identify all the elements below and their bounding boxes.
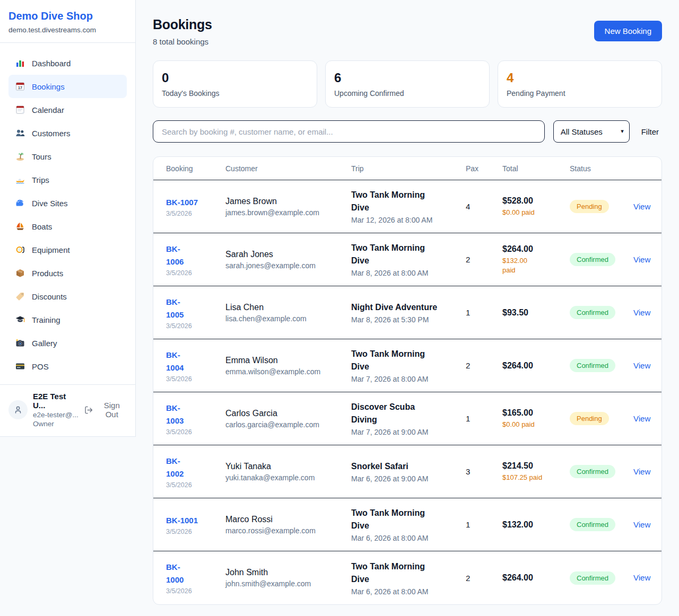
trip-name: Two Tank Morning Dive bbox=[351, 560, 466, 586]
sidebar-item-dashboard[interactable]: Dashboard bbox=[8, 51, 127, 75]
column-header-trip: Trip bbox=[351, 164, 466, 173]
booking-id-link[interactable]: BK- 1003 bbox=[166, 402, 184, 427]
sidebar-item-gallery[interactable]: Gallery bbox=[8, 331, 127, 355]
status-filter-select[interactable]: All Statuses bbox=[553, 120, 630, 143]
total-amount: $528.00 bbox=[502, 196, 570, 206]
filter-controls: All Statuses ▾ Filter bbox=[153, 120, 662, 143]
booking-date: 3/5/2026 bbox=[166, 322, 225, 330]
sidebar-item-label: Boats bbox=[32, 222, 52, 231]
status-badge: Confirmed bbox=[570, 253, 615, 266]
trip-name: Night Dive Adventure bbox=[351, 301, 466, 314]
bookings-table: BookingCustomerTripPaxTotalStatus BK-100… bbox=[153, 156, 662, 605]
sidebar-item-label: Equipment bbox=[32, 245, 70, 254]
booking-id-link[interactable]: BK- 1005 bbox=[166, 296, 184, 321]
sidebar-item-label: Bookings bbox=[32, 82, 65, 91]
customer-email: yuki.tanaka@example.com bbox=[225, 473, 351, 482]
trip-name: Two Tank Morning Dive bbox=[351, 507, 466, 532]
new-booking-button[interactable]: New Booking bbox=[594, 21, 662, 41]
sidebar-item-equipment[interactable]: Equipment bbox=[8, 238, 127, 261]
pax-count: 1 bbox=[466, 308, 502, 317]
pax-count: 2 bbox=[466, 574, 502, 583]
sidebar-nav: Dashboard Bookings Calendar Customers To… bbox=[0, 43, 135, 384]
table-row: BK- 1002 3/5/2026 Yuki Tanaka yuki.tanak… bbox=[153, 445, 661, 498]
stat-card-today-s-bookings: 0 Today's Bookings bbox=[153, 60, 317, 108]
paid-amount: $0.00 paid bbox=[502, 208, 570, 217]
bookings-icon bbox=[15, 81, 25, 92]
sidebar-item-pos[interactable]: POS bbox=[8, 355, 127, 378]
products-icon bbox=[15, 268, 25, 278]
sidebar-item-tours[interactable]: Tours bbox=[8, 145, 127, 168]
pax-count: 2 bbox=[466, 361, 502, 370]
customer-name: Lisa Chen bbox=[225, 303, 351, 312]
sidebar-item-boats[interactable]: Boats bbox=[8, 215, 127, 238]
customer-email: james.brown@example.com bbox=[225, 208, 351, 217]
booking-id-link[interactable]: BK- 1000 bbox=[166, 561, 184, 586]
user-icon bbox=[13, 405, 23, 415]
booking-id-link[interactable]: BK- 1006 bbox=[166, 243, 184, 268]
trip-name: Two Tank Morning Dive bbox=[351, 348, 466, 373]
sidebar-item-customers[interactable]: Customers bbox=[8, 121, 127, 145]
trip-name: Snorkel Safari bbox=[351, 460, 466, 473]
view-link[interactable]: View bbox=[633, 361, 650, 370]
sidebar-item-products[interactable]: Products bbox=[8, 261, 127, 285]
sidebar-item-bookings[interactable]: Bookings bbox=[8, 75, 127, 98]
table-row: BK- 1005 3/5/2026 Lisa Chen lisa.chen@ex… bbox=[153, 286, 661, 339]
sidebar-item-training[interactable]: Training bbox=[8, 308, 127, 331]
column-header-status: Status bbox=[570, 164, 633, 173]
sidebar-item-label: Dive Sites bbox=[32, 199, 68, 208]
view-link[interactable]: View bbox=[633, 202, 650, 211]
training-icon bbox=[15, 314, 25, 325]
status-badge: Confirmed bbox=[570, 571, 615, 585]
brand-domain: demo.test.divestreams.com bbox=[8, 26, 127, 34]
total-amount: $214.50 bbox=[502, 461, 570, 471]
view-link[interactable]: View bbox=[633, 520, 650, 529]
pax-count: 1 bbox=[466, 414, 502, 423]
page-subtitle: 8 total bookings bbox=[153, 37, 212, 46]
view-link[interactable]: View bbox=[633, 573, 650, 582]
sidebar-item-dive-sites[interactable]: Dive Sites bbox=[8, 191, 127, 215]
table-row: BK- 1004 3/5/2026 Emma Wilson emma.wilso… bbox=[153, 339, 661, 392]
view-link[interactable]: View bbox=[633, 467, 650, 476]
sign-out-button[interactable]: Sign Out bbox=[84, 401, 127, 419]
sidebar-item-discounts[interactable]: Discounts bbox=[8, 285, 127, 308]
status-badge: Pending bbox=[570, 200, 609, 213]
sidebar-item-trips[interactable]: Trips bbox=[8, 168, 127, 191]
trip-datetime: Mar 6, 2026 at 8:00 AM bbox=[351, 587, 466, 596]
view-link[interactable]: View bbox=[633, 255, 650, 264]
table-header-row: BookingCustomerTripPaxTotalStatus bbox=[153, 157, 661, 180]
view-link[interactable]: View bbox=[633, 414, 650, 423]
paid-amount: $107.25 paid bbox=[502, 473, 570, 482]
total-amount: $93.50 bbox=[502, 308, 570, 318]
trip-datetime: Mar 8, 2026 at 8:00 AM bbox=[351, 269, 466, 277]
customers-icon bbox=[15, 128, 25, 138]
sidebar-item-calendar[interactable]: Calendar bbox=[8, 98, 127, 121]
user-info: E2E Test U... e2e-tester@... Owner bbox=[33, 392, 79, 428]
total-amount: $264.00 bbox=[502, 361, 570, 371]
pos-icon bbox=[15, 361, 25, 372]
table-row: BK-1007 3/5/2026 James Brown james.brown… bbox=[153, 180, 661, 233]
calendar-icon bbox=[15, 104, 25, 115]
booking-id-link[interactable]: BK-1001 bbox=[166, 514, 198, 527]
view-link[interactable]: View bbox=[633, 308, 650, 317]
trips-icon bbox=[15, 174, 25, 185]
discounts-icon bbox=[15, 291, 25, 302]
trip-datetime: Mar 8, 2026 at 5:30 PM bbox=[351, 315, 466, 324]
booking-id-link[interactable]: BK-1007 bbox=[166, 196, 198, 209]
pax-count: 1 bbox=[466, 520, 502, 529]
booking-id-link[interactable]: BK- 1004 bbox=[166, 349, 184, 374]
sidebar-item-label: Dashboard bbox=[32, 59, 71, 68]
tours-icon bbox=[15, 151, 25, 162]
brand-title[interactable]: Demo Dive Shop bbox=[8, 10, 127, 22]
table-row: BK-1001 3/5/2026 Marco Rossi marco.rossi… bbox=[153, 498, 661, 551]
stat-value: 4 bbox=[507, 71, 653, 85]
customer-name: Emma Wilson bbox=[225, 356, 351, 365]
booking-date: 3/5/2026 bbox=[166, 269, 225, 277]
stat-value: 6 bbox=[334, 71, 481, 85]
booking-id-link[interactable]: BK- 1002 bbox=[166, 455, 184, 480]
filter-button[interactable]: Filter bbox=[638, 127, 662, 136]
trip-name: Two Tank Morning Dive bbox=[351, 189, 466, 214]
sidebar-user-footer: E2E Test U... e2e-tester@... Owner Sign … bbox=[0, 384, 135, 436]
dashboard-icon bbox=[15, 58, 25, 68]
search-input[interactable] bbox=[153, 120, 545, 143]
trip-name: Two Tank Morning Dive bbox=[351, 242, 466, 267]
